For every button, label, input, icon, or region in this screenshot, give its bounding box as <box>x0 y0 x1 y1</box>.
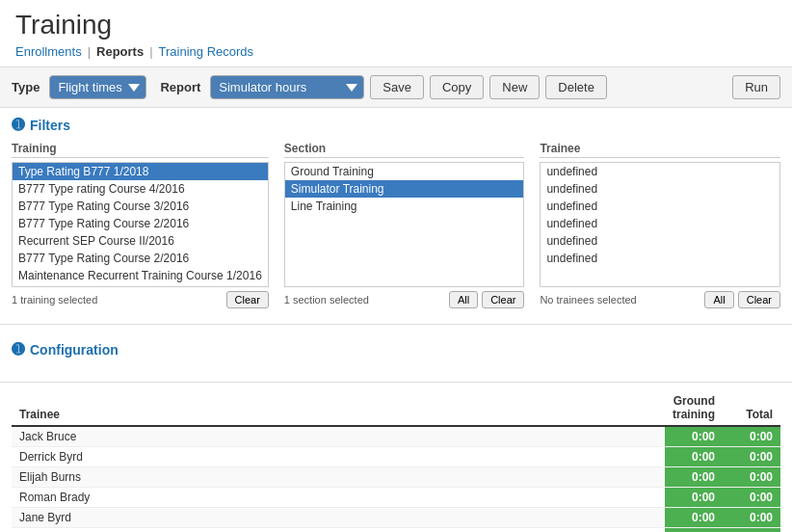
list-item[interactable]: Recurrent SEP Course II/2016 <box>13 232 268 250</box>
total-time: 0:00 <box>723 467 780 488</box>
filters-area: Training Type Rating B777 1/2018B777 Typ… <box>0 142 792 316</box>
list-item[interactable]: undefined <box>541 180 779 198</box>
training-list[interactable]: Type Rating B777 1/2018B777 Type rating … <box>12 162 269 287</box>
section-divider-1 <box>0 324 792 325</box>
total-time: 0:00 <box>723 447 780 467</box>
section-count: 1 section selected <box>284 294 445 306</box>
table-row: Roman Brady 0:00 0:00 <box>12 488 780 508</box>
list-item[interactable]: Simulator Training <box>285 180 524 198</box>
type-select[interactable]: Flight times <box>49 75 146 99</box>
list-item[interactable]: Maintenance Recurrent Training Course 1/… <box>13 267 268 284</box>
total-time: 0:00 <box>723 508 780 528</box>
nav-reports[interactable]: Reports <box>96 44 144 59</box>
list-item[interactable]: B777 Type rating Course 4/2016 <box>13 180 268 198</box>
list-item[interactable]: B777 Type Rating Course 3/2016 <box>13 198 268 215</box>
list-item[interactable]: Type Rating B777 1/2018 <box>13 163 268 180</box>
filters-section-header[interactable]: ➊ Filters <box>0 108 792 142</box>
trainee-count: No trainees selected <box>540 294 700 306</box>
new-button[interactable]: New <box>489 75 540 99</box>
trainee-name: Jane Byrd <box>12 508 665 528</box>
toolbar: Type Flight times Report Simulator hours… <box>0 67 792 108</box>
config-section: ➊ Configuration <box>0 332 792 374</box>
list-item[interactable]: B777 Type Rating Course 2/2016 <box>13 215 268 232</box>
trainee-name: Roman Brady <box>12 488 665 508</box>
results-area: Trainee Ground training Total Jack Bruce… <box>0 390 792 532</box>
section-col-label: Section <box>284 142 525 158</box>
list-item[interactable]: undefined <box>541 163 779 180</box>
total-time: 0:00 <box>723 426 780 447</box>
total-time: 0:00 <box>723 528 780 533</box>
config-label: Configuration <box>30 342 119 358</box>
run-button[interactable]: Run <box>732 75 780 99</box>
table-row: Wade Brooks 0:00 0:00 <box>12 528 780 533</box>
trainee-filter-col: Trainee undefinedundefinedundefinedundef… <box>540 142 780 308</box>
ground-time: 0:00 <box>665 447 723 467</box>
trainee-col-label: Trainee <box>540 142 780 158</box>
table-row: Derrick Byrd 0:00 0:00 <box>12 447 780 467</box>
config-expand-icon: ➊ <box>12 340 24 359</box>
list-item[interactable]: B777 Type Rating Course 2/2016 <box>13 250 268 267</box>
trainee-name: Jack Bruce <box>12 426 665 447</box>
save-button[interactable]: Save <box>370 75 424 99</box>
nav-sep-1: | <box>88 44 91 59</box>
copy-button[interactable]: Copy <box>430 75 484 99</box>
type-label: Type <box>12 80 40 94</box>
trainee-name: Derrick Byrd <box>12 447 665 467</box>
delete-button[interactable]: Delete <box>545 75 607 99</box>
nav-enrollments[interactable]: Enrollments <box>15 44 82 59</box>
table-row: Jane Byrd 0:00 0:00 <box>12 508 780 528</box>
section-all-btn[interactable]: All <box>449 291 478 308</box>
nav-training-records[interactable]: Training Records <box>159 44 254 59</box>
total-time: 0:00 <box>723 488 780 508</box>
config-section-header[interactable]: ➊ Configuration <box>12 332 780 366</box>
list-item[interactable]: undefined <box>541 215 779 232</box>
col-trainee: Trainee <box>12 390 665 426</box>
training-clear-btn[interactable]: Clear <box>226 291 269 308</box>
trainee-clear-btn[interactable]: Clear <box>738 291 780 308</box>
col-ground: Ground training <box>665 390 723 426</box>
section-clear-btn[interactable]: Clear <box>482 291 524 308</box>
ground-time: 0:00 <box>665 508 723 528</box>
trainee-name: Wade Brooks <box>12 528 665 533</box>
nav-sep-2: | <box>149 44 152 59</box>
list-item[interactable]: undefined <box>541 250 779 267</box>
trainee-all-btn[interactable]: All <box>704 291 733 308</box>
training-col-label: Training <box>12 142 269 158</box>
table-row: Elijah Burns 0:00 0:00 <box>12 467 780 488</box>
section-list[interactable]: Ground TrainingSimulator TrainingLine Tr… <box>284 162 525 287</box>
ground-time: 0:00 <box>665 528 723 533</box>
ground-time: 0:00 <box>665 467 723 488</box>
training-count: 1 training selected <box>12 294 223 306</box>
page-title: Training <box>15 10 777 40</box>
nav-bar: Enrollments | Reports | Training Records <box>0 40 792 67</box>
training-filter-col: Training Type Rating B777 1/2018B777 Typ… <box>12 142 269 308</box>
list-item[interactable]: Ground Training <box>285 163 524 180</box>
filters-label: Filters <box>30 118 70 133</box>
trainee-name: Elijah Burns <box>12 467 665 488</box>
report-select[interactable]: Simulator hours <box>210 75 364 99</box>
table-row: Jack Bruce 0:00 0:00 <box>12 426 780 447</box>
list-item[interactable]: Line Training <box>285 198 524 215</box>
section-filter-col: Section Ground TrainingSimulator Trainin… <box>284 142 525 308</box>
section-divider-2 <box>0 382 792 383</box>
ground-time: 0:00 <box>665 488 723 508</box>
results-table: Trainee Ground training Total Jack Bruce… <box>12 390 780 532</box>
filters-expand-icon: ➊ <box>12 116 24 134</box>
report-label: Report <box>160 80 200 94</box>
col-total: Total <box>723 390 780 426</box>
trainee-list[interactable]: undefinedundefinedundefinedundefinedunde… <box>540 162 780 287</box>
list-item[interactable]: undefined <box>541 198 779 215</box>
ground-time: 0:00 <box>665 426 723 447</box>
list-item[interactable]: undefined <box>541 232 779 250</box>
